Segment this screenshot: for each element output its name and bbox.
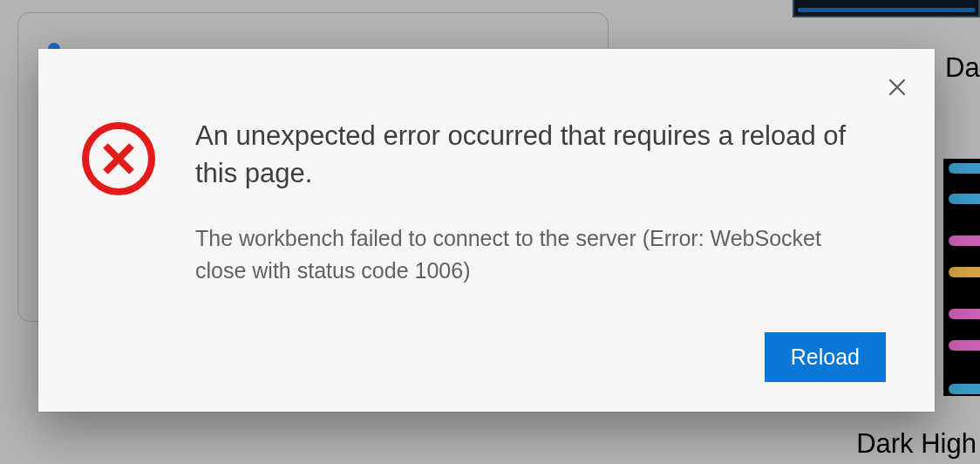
reload-button[interactable]: Reload <box>765 332 886 382</box>
background-panel-bar <box>949 384 980 394</box>
background-theme-label-top: Da <box>945 52 980 84</box>
close-icon <box>888 78 906 99</box>
background-panel-bar <box>949 235 980 246</box>
error-icon <box>80 185 157 200</box>
background-panel-bar <box>949 163 980 174</box>
dialog-title: An unexpected error occurred that requir… <box>195 117 858 193</box>
background-panel-bar <box>949 194 980 204</box>
error-dialog: An unexpected error occurred that requir… <box>38 49 935 412</box>
background-panel-bar <box>949 309 980 319</box>
dialog-message: The workbench failed to connect to the s… <box>195 222 867 288</box>
background-theme-label-bottom: Dark High <box>856 428 977 460</box>
background-theme-thumb-bottom <box>943 159 980 396</box>
close-button[interactable] <box>884 75 910 101</box>
background-panel-bar <box>949 267 980 277</box>
background-panel-bar <box>949 340 980 351</box>
background-theme-thumb-top <box>793 0 980 17</box>
